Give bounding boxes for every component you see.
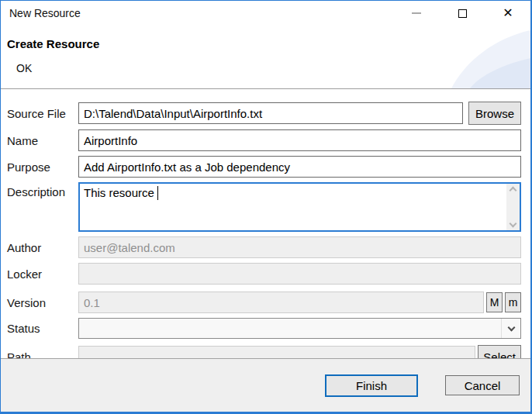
- source-file-row: Source File Browse: [7, 102, 521, 125]
- version-label: Version: [7, 296, 78, 309]
- title-bar: New Resource ✕: [1, 1, 530, 26]
- description-row: Description This resource: [7, 182, 521, 232]
- minimize-button[interactable]: [411, 8, 422, 19]
- banner-title: Create Resource: [7, 37, 99, 50]
- status-row: Status: [7, 318, 521, 339]
- banner-gradient-decoration: [400, 26, 530, 88]
- description-text: This resource: [80, 184, 162, 230]
- scroll-down-icon[interactable]: [510, 220, 517, 228]
- maximize-button[interactable]: [457, 8, 468, 19]
- author-input: [78, 236, 521, 258]
- description-textarea[interactable]: This resource: [78, 182, 521, 232]
- source-file-input[interactable]: [78, 102, 463, 124]
- status-dropdown[interactable]: [78, 318, 521, 339]
- window-title: New Resource: [1, 7, 411, 19]
- author-row: Author: [7, 236, 521, 258]
- cancel-button[interactable]: Cancel: [445, 375, 520, 395]
- version-input: [78, 292, 484, 313]
- name-label: Name: [7, 134, 78, 147]
- purpose-input[interactable]: [78, 156, 521, 178]
- scroll-up-icon[interactable]: [510, 187, 517, 195]
- purpose-row: Purpose: [7, 156, 521, 178]
- wizard-banner: Create Resource OK: [1, 26, 530, 88]
- close-icon: ✕: [503, 8, 513, 19]
- resource-form: Source File Browse Name Purpose Descript…: [1, 89, 530, 368]
- locker-row: Locker: [7, 263, 521, 285]
- locker-label: Locker: [7, 267, 78, 281]
- version-row: Version M m: [7, 292, 521, 313]
- description-label: Description: [7, 182, 78, 198]
- minimize-icon: [412, 12, 421, 14]
- source-file-label: Source File: [7, 107, 78, 120]
- locker-input: [78, 263, 521, 285]
- name-input[interactable]: [78, 129, 521, 151]
- finish-button[interactable]: Finish: [325, 374, 418, 397]
- author-label: Author: [7, 241, 78, 254]
- description-scrollbar[interactable]: [506, 184, 520, 230]
- status-label: Status: [7, 322, 78, 335]
- new-resource-dialog: New Resource ✕ Create Resource OK Source…: [0, 0, 532, 414]
- window-controls: ✕: [411, 8, 530, 19]
- chevron-down-icon: [507, 323, 515, 331]
- browse-button[interactable]: Browse: [468, 102, 521, 125]
- dropdown-arrow-zone[interactable]: [501, 319, 520, 338]
- text-caret: [157, 186, 158, 200]
- close-button[interactable]: ✕: [503, 8, 513, 19]
- purpose-label: Purpose: [7, 160, 78, 174]
- name-row: Name: [7, 129, 521, 151]
- minor-version-button[interactable]: m: [505, 292, 521, 312]
- button-bar: Finish Cancel: [1, 359, 530, 412]
- maximize-icon: [458, 9, 467, 18]
- major-version-button[interactable]: M: [486, 292, 503, 312]
- banner-status-message: OK: [16, 62, 32, 74]
